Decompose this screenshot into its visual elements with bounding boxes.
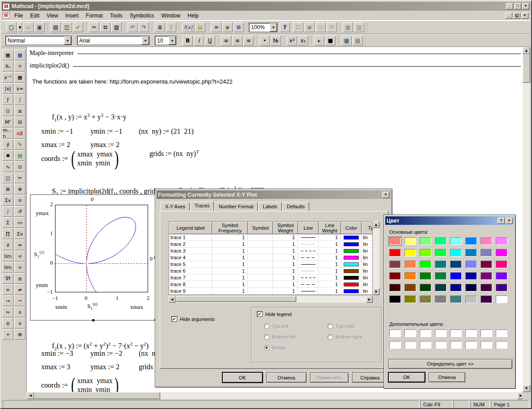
tab-labels[interactable]: Labels <box>258 202 281 211</box>
modify-table-button[interactable]: ▤ <box>353 36 363 46</box>
ok-button[interactable]: OK <box>222 372 263 383</box>
custom-color-swatch[interactable] <box>420 341 431 349</box>
contour-integral-icon[interactable]: ∮ <box>2 139 13 150</box>
slider-control-icon[interactable]: ⊓ <box>327 22 337 32</box>
color-swatch[interactable] <box>450 284 462 291</box>
menu-edit[interactable]: Edit <box>26 12 43 20</box>
help-dialog-button[interactable]: Справка <box>352 372 388 383</box>
underline-button[interactable]: U <box>205 36 215 46</box>
italic-button[interactable]: I <box>194 36 204 46</box>
align-left-button[interactable]: ≡ <box>221 36 231 46</box>
color-swatch[interactable] <box>435 237 447 245</box>
radio-top-right[interactable]: Top-right <box>328 324 381 329</box>
color-swatch[interactable] <box>435 295 447 303</box>
custom-color-swatch[interactable] <box>496 329 507 337</box>
table-horizontal-thumb[interactable] <box>175 296 296 302</box>
stop-button[interactable]: ■ <box>325 36 336 46</box>
waveform-icon[interactable]: ∿ <box>2 161 13 172</box>
mdi-minimize-button[interactable]: _ <box>505 13 512 19</box>
horizontal-scroll-thumb[interactable] <box>34 392 160 399</box>
custom-color-swatch[interactable] <box>481 341 492 349</box>
custom-color-swatch[interactable] <box>404 329 416 337</box>
color-swatch[interactable] <box>404 237 416 245</box>
plus-minus-icon[interactable]: ± <box>2 318 13 329</box>
nx-ny-region[interactable]: (nx ny) := (21 21) <box>139 127 194 135</box>
not-equal-icon[interactable]: ≠ <box>14 284 26 295</box>
two-column-icon[interactable]: ◫ <box>2 173 13 183</box>
print-preview-button[interactable]: ◫ <box>62 22 72 32</box>
color-swatch[interactable] <box>435 249 447 257</box>
vector-sum-icon[interactable]: Σv <box>2 195 13 206</box>
color-swatch[interactable] <box>450 237 462 245</box>
color-swatch[interactable] <box>465 249 477 257</box>
table-scroll-down-button[interactable]: ▼ <box>373 288 379 295</box>
calculator-palette-icon[interactable]: ▩ <box>14 50 26 60</box>
calculate-button[interactable]: = <box>211 22 221 32</box>
color-swatch[interactable] <box>404 284 416 291</box>
color-swatch[interactable] <box>496 249 507 257</box>
redo-button[interactable]: ↷ <box>139 22 149 32</box>
undo-button[interactable]: ↶ <box>128 22 138 32</box>
zoom-icon[interactable]: ⊙ <box>14 161 26 172</box>
transpose-icon[interactable]: Mᵀ <box>2 117 13 127</box>
region-heading-implicitplot[interactable]: implicitplot2d() <box>30 62 521 69</box>
table-row[interactable]: trace 5111lin <box>169 261 373 268</box>
checkbox-control-icon[interactable]: ☐ <box>293 22 303 32</box>
numbered-list-button[interactable]: № <box>271 36 281 46</box>
bullet-list-button[interactable]: • <box>260 36 270 46</box>
color-dialog-help-button[interactable]: ? <box>498 218 505 224</box>
color-swatch[interactable] <box>404 272 416 280</box>
xmin-region[interactable]: xmin := −1 <box>41 127 73 135</box>
xmin2-region[interactable]: xmin := −3 <box>41 350 73 358</box>
custom-color-swatch[interactable] <box>389 341 401 349</box>
menu-help[interactable]: Help <box>184 12 202 20</box>
table-horizontal-scrollbar[interactable]: ◀ ▶ <box>169 296 373 303</box>
menu-symbolics[interactable]: Symbolics <box>126 12 158 20</box>
custom-color-swatch[interactable] <box>450 329 462 337</box>
document-icon[interactable]: M <box>3 13 9 19</box>
color-swatch[interactable] <box>465 295 477 303</box>
limit2-icon[interactable]: lim <box>2 262 13 273</box>
table-row[interactable]: trace 8111lin <box>169 281 373 288</box>
grids-region[interactable]: grids := (nx ny)T <box>139 141 199 166</box>
dialog-close-button[interactable]: × <box>382 192 389 198</box>
table-row[interactable]: trace 1111lin <box>169 234 373 241</box>
boolean-palette-icon[interactable]: ≤ <box>14 105 26 116</box>
plot-resize-handle-bottom[interactable] <box>92 319 94 321</box>
font-size-dropdown-arrow[interactable]: ▾ <box>169 36 176 45</box>
table-scroll-left-button[interactable]: ◀ <box>169 296 175 303</box>
radio-bottom-right[interactable]: Bottom-right <box>328 334 381 340</box>
mdi-restore-button[interactable]: ◱ <box>513 13 520 19</box>
font-dropdown-arrow[interactable]: ▾ <box>142 36 149 45</box>
color-swatch[interactable] <box>450 272 462 280</box>
color-swatch[interactable] <box>465 284 477 291</box>
not-icon[interactable]: ¬ <box>14 295 26 306</box>
bold-button[interactable]: B <box>183 36 193 46</box>
calculus-palette-icon[interactable]: ∫ <box>14 94 26 105</box>
web-icon[interactable]: ⊚ <box>14 195 26 206</box>
horizontal-scroll-track[interactable] <box>160 392 517 399</box>
equals-icon[interactable]: = <box>14 240 26 250</box>
approx-icon[interactable]: ≈ <box>2 307 13 317</box>
horizontal-scrollbar[interactable]: ◀ ▶ <box>27 392 524 399</box>
menu-window[interactable]: Window <box>158 12 184 20</box>
color-swatch[interactable] <box>496 237 507 245</box>
region-icon[interactable]: ▭ <box>14 217 26 228</box>
custom-color-swatch[interactable] <box>496 341 507 349</box>
table-horizontal-track[interactable] <box>296 296 366 303</box>
and-icon[interactable]: ∧ <box>14 307 26 317</box>
superscript-button[interactable]: x² <box>287 36 297 46</box>
color-swatch[interactable] <box>389 237 401 245</box>
save-button[interactable]: ▣ <box>34 22 45 32</box>
table-row[interactable]: trace 4111lin <box>169 254 373 261</box>
color-swatch[interactable] <box>420 237 431 245</box>
menu-format[interactable]: Format <box>82 12 106 20</box>
vertical-scroll-track[interactable] <box>523 83 530 385</box>
color-swatch[interactable] <box>420 272 431 280</box>
divide-icon[interactable]: ÷ <box>2 329 13 340</box>
table-row[interactable]: trace 3111lin <box>169 248 373 254</box>
zoom-dropdown-arrow[interactable]: ▾ <box>270 23 277 32</box>
color-swatch[interactable] <box>420 295 431 303</box>
color-swatch[interactable] <box>420 261 431 268</box>
vertical-scrollbar[interactable]: ▲ ▼ <box>523 47 530 392</box>
